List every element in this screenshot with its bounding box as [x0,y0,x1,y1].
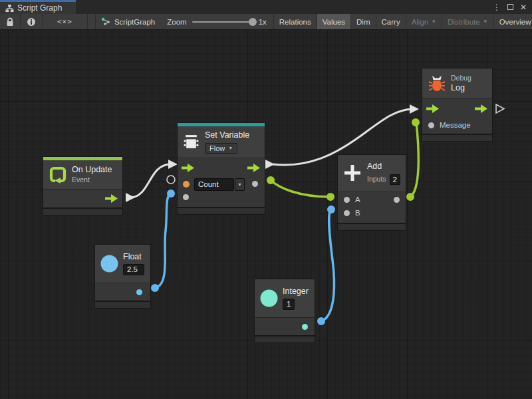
maximize-icon[interactable] [507,4,513,10]
zoom-slider-handle[interactable] [249,18,257,26]
toolbar-button-overview[interactable]: Overview [494,14,532,29]
toolbar-button-align[interactable]: Align▼ [406,14,443,29]
node-integer[interactable]: Integer 1 [255,279,315,342]
input-b-label: B [355,209,360,217]
lock-button[interactable] [0,14,21,29]
code-preview-button[interactable]: <×> [43,14,88,29]
input-a-port[interactable] [344,197,350,203]
zoom-control: Zoom 1x [160,14,274,29]
flow-output-port[interactable] [105,194,118,203]
code-preview-icon: <×> [48,17,82,26]
graph-breadcrumb[interactable]: ScriptGraph [96,14,160,29]
distribute-label: Distribute [448,18,480,26]
toolbar-divider [88,14,96,29]
node-footer [95,302,150,308]
node-footer [338,224,406,230]
node-set-variable[interactable]: Set Variable Flow▼ [178,123,265,214]
variable-name-field[interactable]: Count [194,178,234,191]
zoom-value: 1x [259,18,267,26]
sum-output-port[interactable] [394,197,400,203]
node-debug-log[interactable]: Debug Log Message [422,68,492,141]
integer-value: 1 [287,300,291,308]
variable-picker-button[interactable]: ▼ [235,178,245,191]
chevron-down-icon: ▼ [228,146,233,150]
close-icon[interactable]: ✕ [520,3,527,11]
flow-output-port[interactable] [475,104,487,113]
integer-type-icon [260,289,278,307]
align-label: Align [412,18,429,26]
node-float[interactable]: Float 2.5 [95,245,150,308]
node-add[interactable]: Add Inputs 2 A [338,155,406,230]
zoom-label: Zoom [167,18,186,26]
float-value-field[interactable]: 2.5 [123,264,144,275]
node-footer [255,336,315,342]
graph-name-label: ScriptGraph [114,18,155,26]
tab-bar: Script Graph ⋮ ✕ [0,0,532,14]
variable-kind-dropdown[interactable]: Flow▼ [205,143,237,154]
node-title: Add [367,162,400,172]
flow-output-port[interactable] [247,164,260,172]
integer-output-port[interactable] [302,324,308,330]
node-subtitle: Event [72,176,112,185]
float-output-port[interactable] [136,289,142,295]
node-title: Integer [283,287,309,297]
graph-hierarchy-icon [5,4,14,13]
toolbar-button-carry[interactable]: Carry [376,14,406,29]
lock-icon [6,17,14,27]
inputs-count: 2 [393,176,397,184]
inputs-label: Inputs [367,175,386,184]
chevron-down-icon: ▼ [483,19,488,25]
bug-icon [428,75,446,92]
value-input-port[interactable] [183,194,189,200]
chevron-down-icon: ▼ [237,182,242,187]
tab-script-graph[interactable]: Script Graph [0,0,76,14]
message-label: Message [440,121,471,129]
loop-event-icon [49,166,66,184]
variable-name-port[interactable] [183,181,190,188]
graph-toolbar: <×> ScriptGraph Zoom 1x Relations Values… [0,14,532,30]
toolbar-button-values[interactable]: Values [317,14,351,29]
inputs-count-field[interactable]: 2 [390,174,400,185]
input-b-port[interactable] [344,210,350,216]
node-category: Debug [451,74,471,83]
message-input-port[interactable] [428,122,434,128]
input-a-label: A [355,196,360,203]
node-title: On Update [72,165,112,176]
script-graph-window: Script Graph ⋮ ✕ <×> [0,0,532,399]
node-footer [43,209,122,215]
window-controls: ⋮ ✕ [493,0,532,14]
toolbar-button-dim[interactable]: Dim [351,14,376,29]
tab-title: Script Graph [17,3,62,13]
flow-input-port[interactable] [182,164,194,172]
float-value: 2.5 [127,265,138,273]
script-graph-icon [101,17,110,26]
toolbar-button-distribute[interactable]: Distribute▼ [442,14,494,29]
window-menu-icon[interactable]: ⋮ [493,3,501,11]
integer-value-field[interactable]: 1 [283,299,295,310]
value-output-port[interactable] [252,181,258,187]
node-title: Float [123,252,144,263]
zoom-slider[interactable] [192,21,253,23]
node-footer [422,135,492,141]
variable-box-icon [183,134,200,150]
node-on-update[interactable]: On Update Event [43,157,122,215]
variable-kind-value: Flow [209,144,225,152]
float-type-icon [100,255,118,273]
plus-icon [343,164,362,182]
node-title: Set Variable [205,130,249,141]
inspector-button[interactable] [21,14,43,29]
graph-canvas[interactable]: On Update Event [0,30,532,399]
info-icon [27,17,36,27]
node-footer [178,208,265,214]
variable-name-value: Count [198,180,219,188]
node-title: Log [451,83,471,94]
flow-input-port[interactable] [426,104,439,113]
toolbar-button-relations[interactable]: Relations [274,14,317,29]
chevron-down-icon: ▼ [431,19,436,25]
